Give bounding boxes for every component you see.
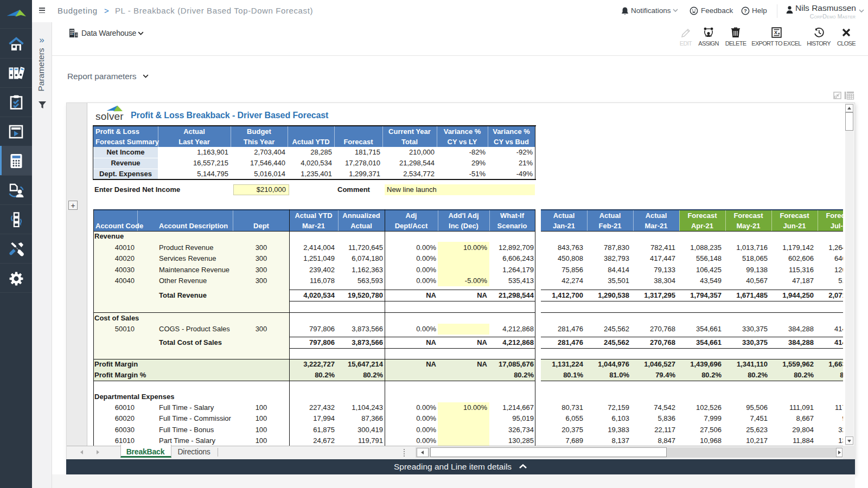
svg-text:X: X xyxy=(774,30,777,35)
svg-text:?: ? xyxy=(744,8,747,14)
